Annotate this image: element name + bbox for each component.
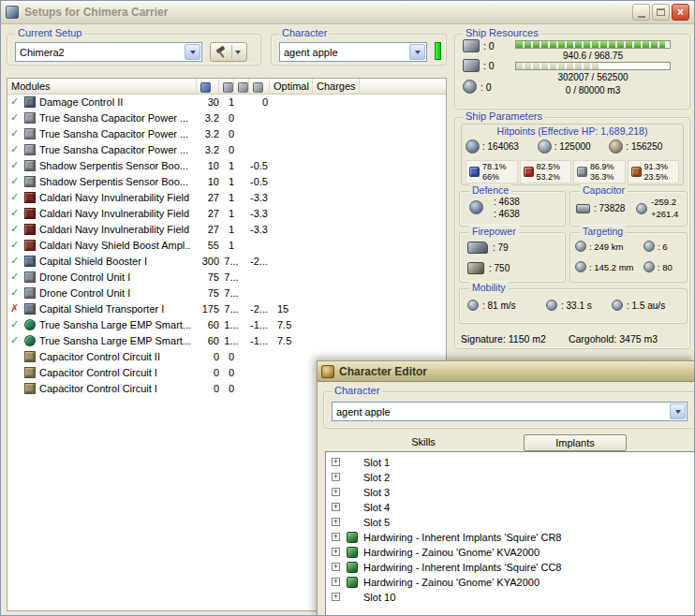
implant-tree-item[interactable]: +Slot 5 bbox=[326, 516, 695, 531]
module-name: Drone Control Unit I bbox=[39, 287, 191, 299]
implant-tree-item[interactable]: +Hardwiring - Zainou 'Gnome' KVA2000 bbox=[326, 546, 695, 561]
speed-icon bbox=[467, 300, 479, 311]
module-cap-value: -0.5 bbox=[242, 176, 268, 187]
charges-column-header[interactable]: Charges bbox=[313, 79, 360, 94]
setup-combobox-arrow[interactable] bbox=[185, 44, 200, 60]
module-ok-icon: ✓ bbox=[10, 175, 22, 187]
module-row[interactable]: ✓True Sansha Large EMP Smart...601...-1.… bbox=[7, 317, 446, 333]
divider bbox=[231, 45, 232, 59]
character-combobox[interactable]: agent apple bbox=[279, 42, 427, 62]
modules-column-header[interactable]: Modules bbox=[7, 79, 197, 94]
module-row[interactable]: ✓Caldari Navy Shield Boost Ampl...551 bbox=[7, 238, 446, 254]
expand-icon[interactable]: + bbox=[332, 593, 340, 601]
module-cap-value: -3.3 bbox=[242, 224, 268, 235]
setup-combobox[interactable]: Chimera2 bbox=[15, 42, 202, 62]
ce-character-combobox[interactable]: agent apple bbox=[332, 402, 688, 421]
character-editor-titlebar[interactable]: Character Editor bbox=[318, 361, 695, 382]
module-row[interactable]: ✓True Sansha Capacitor Power ...3.20 bbox=[7, 142, 446, 158]
optimal-column-header[interactable]: Optimal bbox=[270, 79, 313, 94]
module-row[interactable]: ✓Shadow Serpentis Sensor Boo...101-0.5 bbox=[7, 158, 446, 174]
capacitor-amount-value: : 73828 bbox=[594, 203, 625, 213]
max-targets-value: : 6 bbox=[658, 242, 668, 252]
module-row[interactable]: ✓True Sansha Capacitor Power ...3.20 bbox=[7, 110, 446, 126]
implant-label: Slot 2 bbox=[363, 472, 390, 483]
module-ok-icon: ✓ bbox=[10, 191, 22, 203]
character-editor-icon bbox=[321, 365, 334, 378]
ship-parameters-group: Ship Parameters Hitpoints (Effective HP:… bbox=[454, 117, 690, 349]
tab-implants[interactable]: Implants bbox=[524, 434, 627, 451]
tab-skills[interactable]: Skills bbox=[325, 434, 522, 451]
module-cpu-value: 27 bbox=[191, 192, 219, 203]
app-icon bbox=[6, 6, 19, 19]
module-type-icon bbox=[24, 224, 36, 235]
implant-tree-item[interactable]: +Slot 2 bbox=[326, 471, 695, 486]
module-row[interactable]: ✓Caldari Navy Invulnerability Field271-3… bbox=[7, 206, 446, 222]
module-pg-value: 0 bbox=[223, 128, 240, 139]
cpu-bar-fill bbox=[516, 41, 665, 48]
module-pg-value: 0 bbox=[223, 367, 240, 378]
module-ok-icon: ✓ bbox=[10, 111, 22, 124]
shield-hp-value: : 164063 bbox=[482, 141, 519, 152]
expand-icon[interactable]: + bbox=[332, 488, 340, 496]
module-name: True Sansha Capacitor Power ... bbox=[39, 128, 191, 139]
expand-icon[interactable]: + bbox=[332, 458, 340, 466]
module-row[interactable]: ✓Shadow Serpentis Sensor Boo...101-0.5 bbox=[7, 174, 446, 190]
module-row[interactable]: ✓Caldari Navy Invulnerability Field271-3… bbox=[7, 222, 446, 238]
modules-header[interactable]: Modules Optimal Charges bbox=[7, 79, 446, 95]
expand-icon[interactable]: + bbox=[332, 533, 340, 541]
implant-tree-item[interactable]: +Slot 4 bbox=[326, 501, 695, 516]
module-row[interactable]: ✓Drone Control Unit I757... bbox=[7, 270, 446, 286]
module-cap-value: 0 bbox=[242, 96, 268, 108]
expand-icon[interactable]: + bbox=[332, 473, 340, 481]
module-pg-value: 1... bbox=[223, 319, 240, 330]
module-name: True Sansha Large EMP Smart... bbox=[39, 335, 191, 346]
module-type-icon bbox=[24, 176, 36, 187]
module-cap-value: -3.3 bbox=[242, 208, 268, 219]
module-row[interactable]: ✗Capital Shield Transporter I1757...-2..… bbox=[7, 301, 446, 317]
implant-tree-item[interactable]: +Hardwiring - Zainou 'Gnome' KYA2000 bbox=[326, 576, 695, 591]
setup-tools-button[interactable] bbox=[210, 42, 247, 62]
implant-tree-item[interactable]: +Slot 1 bbox=[326, 456, 695, 471]
launcher-hardpoints-icon bbox=[463, 59, 480, 72]
module-pg-value: 0 bbox=[223, 112, 240, 124]
armor-resist-value: 36.3% bbox=[590, 172, 614, 183]
module-row[interactable]: ✓Drone Control Unit I757... bbox=[7, 286, 446, 301]
ce-character-combobox-value: agent apple bbox=[333, 406, 669, 418]
speed-value: : 81 m/s bbox=[482, 301, 516, 311]
module-name: Capacitor Control Circuit I bbox=[39, 383, 191, 394]
kinetic-damage-icon bbox=[577, 167, 587, 177]
character-combobox-arrow[interactable] bbox=[409, 44, 425, 60]
implant-tree-item[interactable]: +Slot 10 bbox=[326, 591, 695, 606]
close-button[interactable]: × bbox=[672, 4, 689, 21]
chevron-down-icon bbox=[415, 51, 421, 54]
implant-tree-item[interactable]: +Hardwiring - Inherent Implants 'Squire'… bbox=[326, 561, 695, 576]
module-cap-value: -1... bbox=[242, 319, 268, 330]
module-row[interactable]: ✓True Sansha Capacitor Power ...3.20 bbox=[7, 126, 446, 142]
implant-tree-item[interactable]: +Slot 3 bbox=[326, 486, 695, 501]
ce-character-combobox-arrow[interactable] bbox=[670, 403, 686, 419]
module-cpu-value: 3.2 bbox=[191, 112, 219, 124]
cargohold-text: Cargohold: 3475 m3 bbox=[569, 333, 658, 345]
max-targets-icon bbox=[643, 241, 655, 252]
minimize-button[interactable] bbox=[632, 4, 650, 21]
module-row[interactable]: ✓Caldari Navy Invulnerability Field271-3… bbox=[7, 190, 446, 206]
maximize-button[interactable] bbox=[652, 4, 670, 21]
maximize-icon bbox=[657, 8, 665, 16]
expand-icon[interactable]: + bbox=[332, 503, 340, 511]
expand-icon[interactable]: + bbox=[332, 578, 340, 586]
expand-icon[interactable]: + bbox=[332, 518, 340, 526]
module-row[interactable]: ✓Capital Shield Booster I3007...-2... bbox=[7, 254, 446, 270]
em-damage-icon bbox=[469, 167, 480, 177]
sensor-strength-icon bbox=[643, 261, 655, 272]
expand-icon[interactable]: + bbox=[332, 548, 340, 556]
structure-icon bbox=[609, 139, 623, 154]
implant-icon bbox=[347, 562, 358, 573]
expand-icon[interactable]: + bbox=[332, 563, 340, 571]
implant-tree-item[interactable]: +Hardwiring - Inherent Implants 'Squire'… bbox=[326, 531, 695, 546]
module-ok-icon: ✓ bbox=[10, 271, 22, 283]
module-row[interactable]: ✓True Sansha Large EMP Smart...601...-1.… bbox=[7, 333, 446, 349]
capacitor-peak-value: +261.4 bbox=[651, 208, 678, 220]
main-titlebar[interactable]: Setups for Chimera Carrier × bbox=[1, 1, 694, 24]
module-cpu-value: 300 bbox=[191, 256, 219, 267]
module-row[interactable]: ✓Damage Control II3010 bbox=[7, 95, 446, 110]
